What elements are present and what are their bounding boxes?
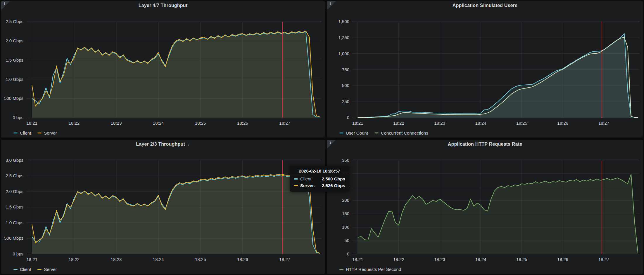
- legend: ClientServer: [1, 264, 325, 274]
- dashboard-grid: i Layer 4/7 Throughput 0 bps500 Mbps1.0 …: [0, 0, 644, 275]
- legend-series-swatch: [374, 133, 379, 133]
- legend-series-swatch: [339, 269, 343, 270]
- legend-series-name: Concurrent Connections: [381, 130, 428, 135]
- svg-text:18:26: 18:26: [557, 257, 568, 262]
- svg-text:1.0 Gbps: 1.0 Gbps: [6, 77, 23, 82]
- legend: HTTP Requests Per Second: [327, 264, 643, 274]
- panel-title[interactable]: Layer 2/3 Throughput∨: [1, 140, 325, 149]
- tooltip-series-value: 2.500 Gbps: [322, 176, 345, 181]
- tooltip-timestamp: 2026-02-10 18:26:57: [294, 168, 345, 173]
- layer23-throughput-chart[interactable]: 0 bps500 Mbps1.0 Gbps1.5 Gbps2.0 Gbps2.5…: [1, 149, 325, 264]
- panel-title[interactable]: Application Simulated Users: [327, 1, 643, 10]
- info-icon: i: [329, 1, 331, 6]
- legend-item[interactable]: HTTP Requests Per Second: [339, 267, 401, 272]
- legend-item[interactable]: Concurrent Connections: [374, 130, 428, 135]
- legend-series-swatch: [339, 133, 343, 133]
- svg-text:18:21: 18:21: [26, 121, 37, 126]
- svg-text:350: 350: [342, 158, 349, 163]
- svg-text:2.5 Gbps: 2.5 Gbps: [6, 19, 23, 24]
- svg-text:150: 150: [342, 211, 349, 216]
- svg-text:100: 100: [342, 224, 349, 229]
- svg-text:18:22: 18:22: [69, 257, 80, 262]
- svg-text:750: 750: [342, 67, 349, 72]
- panel-layer23-throughput: Layer 2/3 Throughput∨ 0 bps500 Mbps1.0 G…: [1, 140, 325, 274]
- legend-series-name: Client: [20, 267, 31, 272]
- svg-text:18:24: 18:24: [153, 257, 164, 262]
- legend-item[interactable]: User Count: [339, 130, 368, 135]
- svg-text:200: 200: [342, 198, 349, 203]
- svg-text:0: 0: [347, 115, 349, 120]
- svg-text:18:24: 18:24: [475, 257, 486, 262]
- svg-text:18:25: 18:25: [516, 257, 527, 262]
- info-icon: i: [329, 140, 331, 145]
- svg-text:2.5 Gbps: 2.5 Gbps: [6, 173, 23, 178]
- svg-text:18:21: 18:21: [26, 257, 37, 262]
- svg-text:18:24: 18:24: [153, 121, 164, 126]
- svg-text:18:27: 18:27: [279, 121, 290, 126]
- svg-text:2.0 Gbps: 2.0 Gbps: [6, 189, 23, 194]
- legend-series-swatch: [37, 133, 42, 133]
- svg-text:18:26: 18:26: [557, 121, 568, 126]
- svg-text:1.0 Gbps: 1.0 Gbps: [6, 220, 23, 225]
- legend: User CountConcurrent Connections: [327, 128, 643, 138]
- svg-text:18:22: 18:22: [393, 121, 404, 126]
- svg-text:18:25: 18:25: [195, 257, 206, 262]
- client-series-swatch: [294, 178, 298, 180]
- svg-text:18:21: 18:21: [352, 121, 363, 126]
- legend: ClientServer: [1, 128, 325, 138]
- svg-text:18:23: 18:23: [111, 121, 122, 126]
- svg-text:0 bps: 0 bps: [13, 115, 23, 120]
- svg-text:500 Mbps: 500 Mbps: [4, 236, 23, 241]
- svg-text:1.5 Gbps: 1.5 Gbps: [6, 58, 23, 62]
- panel-title[interactable]: Application HTTP Requests Rate: [327, 140, 643, 149]
- tooltip-row-server: Server: 2.526 Gbps: [294, 182, 345, 189]
- svg-text:0 bps: 0 bps: [13, 251, 23, 256]
- svg-text:250: 250: [342, 99, 349, 104]
- info-icon: i: [4, 1, 5, 6]
- legend-series-name: Server: [44, 130, 57, 135]
- panel-info-corner[interactable]: [1, 1, 10, 10]
- legend-series-name: HTTP Requests Per Second: [346, 267, 401, 272]
- svg-text:2.0 Gbps: 2.0 Gbps: [6, 38, 23, 43]
- graph-tooltip: 2026-02-10 18:26:57 Client: 2.500 Gbps S…: [290, 166, 349, 192]
- legend-series-name: User Count: [346, 130, 368, 135]
- panel-info-corner[interactable]: [327, 1, 336, 10]
- svg-text:18:23: 18:23: [434, 257, 446, 262]
- panel-title[interactable]: Layer 4/7 Throughput: [1, 1, 325, 10]
- svg-text:18:23: 18:23: [111, 257, 122, 262]
- svg-text:0: 0: [347, 251, 349, 256]
- svg-text:18:26: 18:26: [237, 121, 248, 126]
- http-requests-rate-chart[interactable]: 05010015020025030035018:2118:2218:2318:2…: [327, 149, 643, 264]
- server-series-swatch: [294, 185, 298, 186]
- legend-series-swatch: [37, 269, 42, 270]
- svg-text:50: 50: [344, 238, 349, 243]
- svg-text:18:22: 18:22: [393, 257, 404, 262]
- svg-text:18:27: 18:27: [598, 257, 610, 262]
- legend-series-swatch: [13, 133, 18, 133]
- legend-item[interactable]: Server: [37, 130, 57, 135]
- legend-series-name: Server: [44, 267, 57, 272]
- tooltip-series-value: 2.526 Gbps: [322, 183, 345, 188]
- layer47-throughput-chart[interactable]: 0 bps500 Mbps1.0 Gbps1.5 Gbps2.0 Gbps2.5…: [1, 10, 325, 128]
- chevron-down-icon[interactable]: ∨: [187, 142, 190, 147]
- svg-text:500: 500: [342, 83, 349, 88]
- svg-text:18:23: 18:23: [434, 121, 446, 126]
- panel-info-corner[interactable]: [327, 140, 336, 149]
- svg-text:18:21: 18:21: [352, 257, 363, 262]
- legend-series-name: Client: [20, 130, 31, 135]
- simulated-users-chart[interactable]: 02505007501,0001,2501,50018:2118:2218:23…: [327, 10, 643, 128]
- svg-text:1,500: 1,500: [338, 19, 349, 24]
- panel-application-http-requests-rate: i Application HTTP Requests Rate 0501001…: [327, 140, 643, 274]
- svg-text:18:24: 18:24: [475, 121, 486, 126]
- legend-series-swatch: [13, 269, 18, 270]
- svg-text:18:22: 18:22: [69, 121, 80, 126]
- svg-text:1.5 Gbps: 1.5 Gbps: [6, 204, 23, 209]
- svg-text:3.0 Gbps: 3.0 Gbps: [6, 158, 23, 163]
- svg-text:18:27: 18:27: [598, 121, 610, 126]
- svg-text:18:26: 18:26: [237, 257, 248, 262]
- panel-application-simulated-users: i Application Simulated Users 0250500750…: [327, 1, 643, 138]
- legend-item[interactable]: Client: [13, 130, 31, 135]
- legend-item[interactable]: Server: [37, 267, 57, 272]
- svg-text:18:25: 18:25: [516, 121, 527, 126]
- legend-item[interactable]: Client: [13, 267, 31, 272]
